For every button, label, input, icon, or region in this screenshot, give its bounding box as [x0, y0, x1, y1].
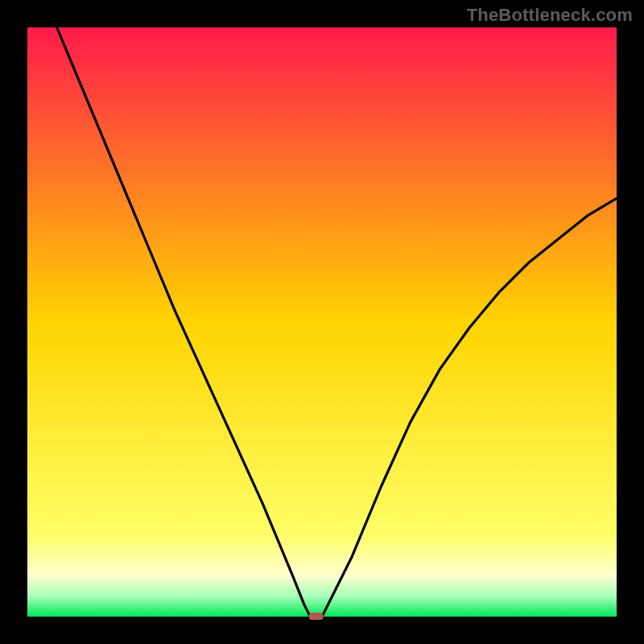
bottleneck-chart	[0, 0, 644, 644]
chart-frame: { "watermark": "TheBottleneck.com", "cha…	[0, 0, 644, 644]
watermark-text: TheBottleneck.com	[467, 5, 633, 26]
plot-background	[27, 27, 617, 617]
optimal-marker	[309, 613, 324, 620]
